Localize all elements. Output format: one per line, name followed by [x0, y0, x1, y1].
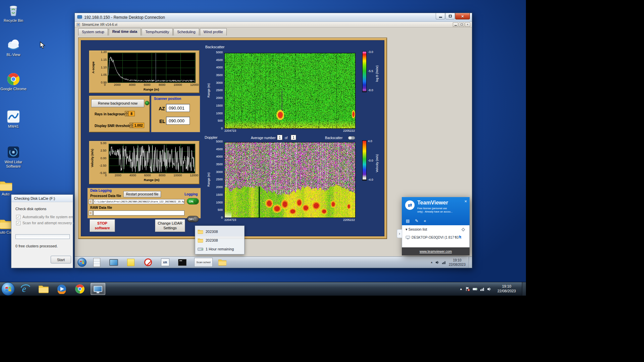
change-lidar-settings-button[interactable]: Change LiDAR Settings	[155, 219, 185, 232]
maximize-button[interactable]	[445, 13, 455, 19]
hard-drive-icon[interactable]	[473, 287, 477, 291]
teamviewer-collapse-tab[interactable]: ›	[397, 229, 402, 238]
folder-icon	[38, 285, 49, 293]
processed-logging-toggle[interactable]: ON	[187, 198, 199, 204]
spin-up-icon[interactable]: ▲	[129, 123, 133, 125]
network-icon[interactable]	[442, 260, 446, 264]
recycle-bin-icon	[6, 3, 20, 17]
a-scope-plot	[108, 53, 196, 83]
remote-clock[interactable]: 19:10 22/08/2023	[446, 258, 469, 267]
teamviewer-close-button[interactable]: ×	[464, 199, 467, 204]
average-number-value[interactable]: 1	[277, 135, 282, 140]
remote-app-terminal-icon[interactable]	[177, 258, 187, 267]
tab-temp-humidity[interactable]: Temp/humidity	[142, 28, 173, 36]
raw-path-field[interactable]	[93, 210, 184, 216]
raw-drive-box[interactable]: C	[89, 210, 93, 216]
streamline-titlebar[interactable]: StreamLine XR v14-6.vi ×	[75, 22, 472, 27]
tick-label: -4.0	[368, 178, 373, 181]
tray-expand-icon[interactable]: ▲	[460, 287, 463, 291]
tab-scheduling[interactable]: Scheduling	[173, 28, 199, 36]
remote-app-sticky-note-icon[interactable]	[126, 258, 136, 267]
desktop-icon-wind-lidar[interactable]: Wind Lidar Software	[0, 145, 27, 168]
renew-background-button[interactable]: Renew background now	[91, 99, 144, 107]
rays-stepper[interactable]: ▲▼ 8	[125, 111, 135, 116]
processed-path-field[interactable]: C:\Lidar\Data\Proc\2023\202308\20230822\…	[93, 199, 184, 204]
desktop-icon-google-chrome[interactable]: Google Chrome	[0, 72, 27, 91]
minimize-button[interactable]	[436, 13, 445, 19]
spin-down-icon[interactable]: ▼	[129, 125, 133, 128]
rdp-titlebar[interactable]: 192.168.0.150 - Remote Desktop Connectio…	[75, 13, 472, 22]
spin-down-icon[interactable]: ▼	[125, 114, 128, 116]
volume-icon[interactable]	[435, 260, 439, 264]
average-of-label: of	[285, 136, 287, 140]
tab-wind-profile[interactable]: Wind profile	[200, 28, 227, 36]
remote-app-xr-icon[interactable]: XR	[160, 258, 170, 267]
stop-software-button[interactable]: STOP software	[90, 219, 115, 232]
average-total-value[interactable]: 1	[291, 135, 296, 140]
background-controls-group: Renew background now Rays in background …	[89, 96, 150, 132]
fix-errors-checkbox[interactable]: ✓	[16, 215, 20, 219]
el-value[interactable]: 090.000	[166, 117, 190, 125]
tick-label: 500	[218, 208, 223, 212]
scan-recovery-checkbox[interactable]: ✓	[16, 221, 20, 225]
action-center-flag-icon[interactable]	[465, 287, 470, 291]
start-button[interactable]: Start	[51, 256, 71, 263]
remote-app-display-icon[interactable]	[109, 258, 119, 267]
taskbar-icon-explorer[interactable]	[36, 283, 51, 295]
start-button[interactable]	[1, 282, 15, 296]
az-value[interactable]: 090.001	[166, 104, 190, 112]
remote-app-folder-icon[interactable]	[217, 258, 227, 267]
tab-system-setup[interactable]: System setup	[78, 28, 108, 36]
data-logging-title: Data Logging	[90, 189, 112, 192]
rays-value: 8	[128, 111, 135, 116]
remote-show-desktop-button[interactable]	[469, 257, 472, 268]
teamviewer-footer-link[interactable]: www.teamviewer.com	[402, 247, 470, 255]
spin-up-icon[interactable]: ▲	[125, 111, 128, 114]
show-desktop-button[interactable]	[522, 282, 526, 296]
taskbar-icon-chrome[interactable]	[72, 283, 87, 295]
collapse-icon[interactable]: «	[424, 219, 426, 223]
desktop-icon-bl-view[interactable]: BL-View	[0, 38, 27, 57]
pen-icon[interactable]: ✎	[415, 219, 418, 223]
tick-label: 5000	[216, 140, 223, 143]
taskbar-icon-remote-desktop[interactable]	[91, 283, 105, 295]
remote-app-scan-scheduler-button[interactable]: Scan sched	[194, 258, 213, 267]
list-icon[interactable]: ▤	[406, 219, 410, 223]
remote-app-power-icon[interactable]	[143, 258, 153, 267]
popup-item-folder-1[interactable]: 202308	[198, 227, 242, 236]
teamviewer-header: ⇄ TeamViewer Free license (personal use …	[402, 197, 470, 225]
close-button[interactable]: ×	[455, 13, 470, 19]
raw-logging-toggle[interactable]: OFF	[187, 216, 199, 222]
tick-label: -5.5	[368, 70, 373, 73]
tray-expand-icon[interactable]: ▲	[430, 261, 433, 264]
app-close-button[interactable]: ×	[465, 22, 470, 27]
app-restore-button[interactable]	[459, 22, 464, 27]
popup-item-folder-2[interactable]: 202308	[198, 236, 242, 245]
tab-real-time-data[interactable]: Real time data	[109, 28, 141, 36]
gear-icon[interactable]	[461, 228, 466, 232]
desktop-icon-recycle-bin[interactable]: Recycle Bin	[0, 3, 27, 23]
desktop-icon-auto-1[interactable]: Auto:	[0, 180, 19, 196]
taskbar-icon-media-player[interactable]	[54, 283, 69, 295]
rdp-window-icon	[77, 15, 82, 19]
session-entry[interactable]: DESKTOP-OE0QDVI (1 817 937	[412, 236, 461, 239]
processed-drive-box[interactable]: C	[89, 199, 93, 204]
taskbar-icon-internet-explorer[interactable]: e	[18, 283, 33, 295]
restart-processed-file-button[interactable]: Restart processed file	[123, 191, 161, 197]
popup-item-time-remaining[interactable]: 1 Hour remaining	[198, 245, 242, 253]
backscatter-toggle[interactable]	[348, 136, 355, 140]
mw41-icon	[7, 110, 20, 123]
session-list-header[interactable]: ▾ Session list	[406, 227, 427, 232]
tick-label: 2204723	[224, 219, 236, 222]
desktop-icon-mw41[interactable]: MW41	[0, 110, 27, 129]
network-icon[interactable]	[480, 287, 484, 291]
taskbar-clock[interactable]: 19:10 22/08/2023	[494, 284, 519, 294]
chkdsk-titlebar[interactable]: Checking Disk LaCie (F:)	[11, 195, 73, 202]
app-minimize-button[interactable]	[453, 22, 458, 27]
snr-stepper[interactable]: ▲▼ 1.002	[129, 123, 144, 128]
session-dropdown-icon[interactable]: ▾	[454, 235, 456, 239]
scanner-position-group: Scanner position AZ 090.001 EL 090.000	[151, 96, 200, 132]
volume-icon[interactable]	[487, 287, 491, 291]
remote-start-button[interactable]	[77, 258, 87, 267]
remote-app-notes-icon[interactable]	[92, 258, 102, 267]
